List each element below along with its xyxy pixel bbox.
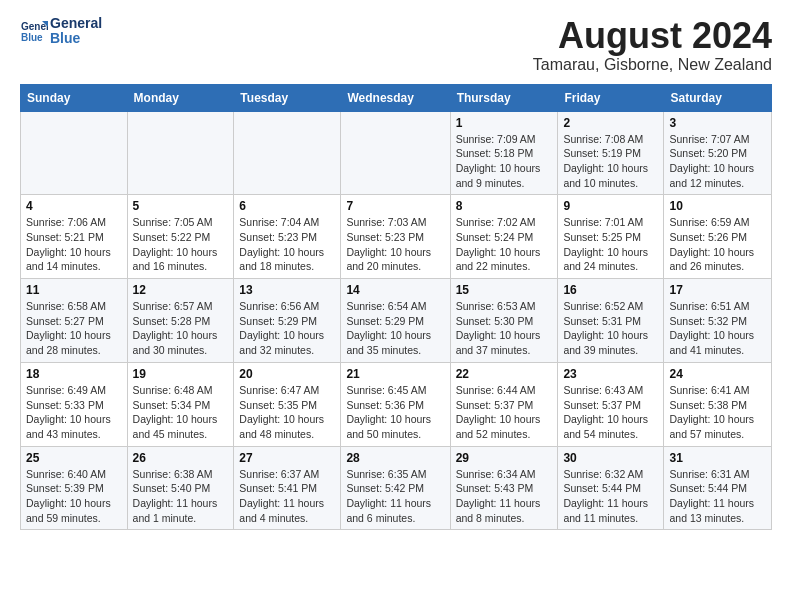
calendar-cell: 22Sunrise: 6:44 AM Sunset: 5:37 PM Dayli… xyxy=(450,362,558,446)
day-info: Sunrise: 7:05 AM Sunset: 5:22 PM Dayligh… xyxy=(133,215,229,274)
calendar-cell: 20Sunrise: 6:47 AM Sunset: 5:35 PM Dayli… xyxy=(234,362,341,446)
svg-text:Blue: Blue xyxy=(21,32,43,43)
day-info: Sunrise: 7:06 AM Sunset: 5:21 PM Dayligh… xyxy=(26,215,122,274)
calendar-cell: 18Sunrise: 6:49 AM Sunset: 5:33 PM Dayli… xyxy=(21,362,128,446)
day-number: 23 xyxy=(563,367,658,381)
col-header-thursday: Thursday xyxy=(450,84,558,111)
calendar-cell: 28Sunrise: 6:35 AM Sunset: 5:42 PM Dayli… xyxy=(341,446,450,530)
logo-text-blue: Blue xyxy=(50,31,102,46)
day-info: Sunrise: 7:02 AM Sunset: 5:24 PM Dayligh… xyxy=(456,215,553,274)
day-info: Sunrise: 6:56 AM Sunset: 5:29 PM Dayligh… xyxy=(239,299,335,358)
calendar-cell: 21Sunrise: 6:45 AM Sunset: 5:36 PM Dayli… xyxy=(341,362,450,446)
day-number: 1 xyxy=(456,116,553,130)
calendar-row-4: 18Sunrise: 6:49 AM Sunset: 5:33 PM Dayli… xyxy=(21,362,772,446)
location-title: Tamarau, Gisborne, New Zealand xyxy=(533,56,772,74)
day-number: 16 xyxy=(563,283,658,297)
day-number: 21 xyxy=(346,367,444,381)
calendar-cell: 14Sunrise: 6:54 AM Sunset: 5:29 PM Dayli… xyxy=(341,279,450,363)
calendar-row-2: 4Sunrise: 7:06 AM Sunset: 5:21 PM Daylig… xyxy=(21,195,772,279)
day-info: Sunrise: 6:43 AM Sunset: 5:37 PM Dayligh… xyxy=(563,383,658,442)
day-number: 4 xyxy=(26,199,122,213)
day-number: 10 xyxy=(669,199,766,213)
day-info: Sunrise: 6:37 AM Sunset: 5:41 PM Dayligh… xyxy=(239,467,335,526)
calendar-cell: 3Sunrise: 7:07 AM Sunset: 5:20 PM Daylig… xyxy=(664,111,772,195)
day-number: 30 xyxy=(563,451,658,465)
day-info: Sunrise: 6:41 AM Sunset: 5:38 PM Dayligh… xyxy=(669,383,766,442)
calendar-cell: 24Sunrise: 6:41 AM Sunset: 5:38 PM Dayli… xyxy=(664,362,772,446)
calendar-cell: 23Sunrise: 6:43 AM Sunset: 5:37 PM Dayli… xyxy=(558,362,664,446)
month-title: August 2024 xyxy=(533,16,772,56)
calendar-cell: 30Sunrise: 6:32 AM Sunset: 5:44 PM Dayli… xyxy=(558,446,664,530)
col-header-saturday: Saturday xyxy=(664,84,772,111)
day-number: 13 xyxy=(239,283,335,297)
day-number: 14 xyxy=(346,283,444,297)
calendar-cell: 31Sunrise: 6:31 AM Sunset: 5:44 PM Dayli… xyxy=(664,446,772,530)
day-info: Sunrise: 6:45 AM Sunset: 5:36 PM Dayligh… xyxy=(346,383,444,442)
day-info: Sunrise: 6:49 AM Sunset: 5:33 PM Dayligh… xyxy=(26,383,122,442)
day-info: Sunrise: 7:09 AM Sunset: 5:18 PM Dayligh… xyxy=(456,132,553,191)
day-info: Sunrise: 7:03 AM Sunset: 5:23 PM Dayligh… xyxy=(346,215,444,274)
day-info: Sunrise: 7:01 AM Sunset: 5:25 PM Dayligh… xyxy=(563,215,658,274)
calendar-row-5: 25Sunrise: 6:40 AM Sunset: 5:39 PM Dayli… xyxy=(21,446,772,530)
day-number: 18 xyxy=(26,367,122,381)
day-info: Sunrise: 6:54 AM Sunset: 5:29 PM Dayligh… xyxy=(346,299,444,358)
calendar-cell: 1Sunrise: 7:09 AM Sunset: 5:18 PM Daylig… xyxy=(450,111,558,195)
day-number: 3 xyxy=(669,116,766,130)
logo: General Blue General Blue xyxy=(20,16,102,47)
calendar-cell: 16Sunrise: 6:52 AM Sunset: 5:31 PM Dayli… xyxy=(558,279,664,363)
calendar-cell: 25Sunrise: 6:40 AM Sunset: 5:39 PM Dayli… xyxy=(21,446,128,530)
calendar-cell: 27Sunrise: 6:37 AM Sunset: 5:41 PM Dayli… xyxy=(234,446,341,530)
title-area: August 2024 Tamarau, Gisborne, New Zeala… xyxy=(533,16,772,74)
col-header-monday: Monday xyxy=(127,84,234,111)
day-number: 25 xyxy=(26,451,122,465)
day-number: 11 xyxy=(26,283,122,297)
day-number: 20 xyxy=(239,367,335,381)
day-number: 2 xyxy=(563,116,658,130)
logo-text-general: General xyxy=(50,16,102,31)
day-number: 26 xyxy=(133,451,229,465)
calendar-row-3: 11Sunrise: 6:58 AM Sunset: 5:27 PM Dayli… xyxy=(21,279,772,363)
day-number: 12 xyxy=(133,283,229,297)
calendar-cell: 19Sunrise: 6:48 AM Sunset: 5:34 PM Dayli… xyxy=(127,362,234,446)
calendar-table: SundayMondayTuesdayWednesdayThursdayFrid… xyxy=(20,84,772,531)
day-info: Sunrise: 7:04 AM Sunset: 5:23 PM Dayligh… xyxy=(239,215,335,274)
calendar-cell: 8Sunrise: 7:02 AM Sunset: 5:24 PM Daylig… xyxy=(450,195,558,279)
calendar-cell: 17Sunrise: 6:51 AM Sunset: 5:32 PM Dayli… xyxy=(664,279,772,363)
day-info: Sunrise: 6:31 AM Sunset: 5:44 PM Dayligh… xyxy=(669,467,766,526)
calendar-cell: 4Sunrise: 7:06 AM Sunset: 5:21 PM Daylig… xyxy=(21,195,128,279)
calendar-cell: 7Sunrise: 7:03 AM Sunset: 5:23 PM Daylig… xyxy=(341,195,450,279)
day-info: Sunrise: 6:53 AM Sunset: 5:30 PM Dayligh… xyxy=(456,299,553,358)
header-row: SundayMondayTuesdayWednesdayThursdayFrid… xyxy=(21,84,772,111)
day-number: 28 xyxy=(346,451,444,465)
calendar-cell: 10Sunrise: 6:59 AM Sunset: 5:26 PM Dayli… xyxy=(664,195,772,279)
calendar-cell: 9Sunrise: 7:01 AM Sunset: 5:25 PM Daylig… xyxy=(558,195,664,279)
calendar-cell: 2Sunrise: 7:08 AM Sunset: 5:19 PM Daylig… xyxy=(558,111,664,195)
day-number: 31 xyxy=(669,451,766,465)
calendar-cell: 29Sunrise: 6:34 AM Sunset: 5:43 PM Dayli… xyxy=(450,446,558,530)
calendar-cell xyxy=(127,111,234,195)
calendar-cell xyxy=(341,111,450,195)
day-info: Sunrise: 6:58 AM Sunset: 5:27 PM Dayligh… xyxy=(26,299,122,358)
day-number: 22 xyxy=(456,367,553,381)
day-info: Sunrise: 6:40 AM Sunset: 5:39 PM Dayligh… xyxy=(26,467,122,526)
col-header-sunday: Sunday xyxy=(21,84,128,111)
calendar-cell xyxy=(21,111,128,195)
col-header-wednesday: Wednesday xyxy=(341,84,450,111)
calendar-cell: 5Sunrise: 7:05 AM Sunset: 5:22 PM Daylig… xyxy=(127,195,234,279)
day-info: Sunrise: 6:34 AM Sunset: 5:43 PM Dayligh… xyxy=(456,467,553,526)
calendar-cell: 11Sunrise: 6:58 AM Sunset: 5:27 PM Dayli… xyxy=(21,279,128,363)
day-info: Sunrise: 6:52 AM Sunset: 5:31 PM Dayligh… xyxy=(563,299,658,358)
logo-icon: General Blue xyxy=(20,17,48,45)
day-number: 29 xyxy=(456,451,553,465)
day-info: Sunrise: 6:32 AM Sunset: 5:44 PM Dayligh… xyxy=(563,467,658,526)
calendar-cell: 6Sunrise: 7:04 AM Sunset: 5:23 PM Daylig… xyxy=(234,195,341,279)
day-number: 15 xyxy=(456,283,553,297)
day-number: 19 xyxy=(133,367,229,381)
calendar-cell: 12Sunrise: 6:57 AM Sunset: 5:28 PM Dayli… xyxy=(127,279,234,363)
day-info: Sunrise: 7:07 AM Sunset: 5:20 PM Dayligh… xyxy=(669,132,766,191)
calendar-cell xyxy=(234,111,341,195)
day-number: 9 xyxy=(563,199,658,213)
page-header: General Blue General Blue August 2024 Ta… xyxy=(20,16,772,74)
day-info: Sunrise: 6:44 AM Sunset: 5:37 PM Dayligh… xyxy=(456,383,553,442)
calendar-cell: 26Sunrise: 6:38 AM Sunset: 5:40 PM Dayli… xyxy=(127,446,234,530)
